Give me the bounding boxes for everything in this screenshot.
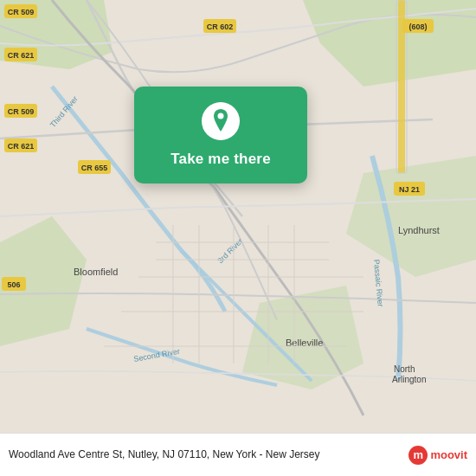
svg-text:(608): (608): [408, 23, 427, 31]
svg-text:Bloomfield: Bloomfield: [74, 267, 118, 277]
address-text: Woodland Ave Centre St, Nutley, NJ 07110…: [9, 448, 403, 462]
pin-icon-wrap: [202, 102, 240, 140]
svg-text:CR 509: CR 509: [8, 107, 35, 116]
svg-text:North: North: [394, 364, 415, 374]
take-me-there-button[interactable]: Take me there: [170, 151, 271, 168]
map-container: CR 509 CR 621 CR 602 (608) CR 509 CR 621…: [0, 0, 476, 433]
svg-text:CR 621: CR 621: [8, 142, 35, 151]
location-pin-icon: [210, 109, 231, 133]
svg-text:CR 509: CR 509: [8, 8, 35, 16]
svg-text:NJ 21: NJ 21: [399, 185, 420, 194]
svg-text:506: 506: [7, 280, 20, 289]
map-svg: CR 509 CR 621 CR 602 (608) CR 509 CR 621…: [0, 0, 476, 433]
svg-text:CR 621: CR 621: [8, 51, 35, 60]
svg-point-45: [218, 113, 224, 119]
svg-text:CR 655: CR 655: [81, 164, 108, 172]
moovit-logo: m moovit: [408, 446, 467, 465]
take-me-there-card: Take me there: [134, 87, 307, 183]
svg-text:Arlington: Arlington: [392, 375, 426, 384]
svg-text:CR 602: CR 602: [207, 23, 234, 31]
moovit-label: moovit: [430, 448, 467, 461]
svg-text:Lyndhurst: Lyndhurst: [398, 225, 440, 235]
bottom-bar: Woodland Ave Centre St, Nutley, NJ 07110…: [0, 433, 476, 476]
moovit-m-icon: m: [408, 446, 428, 465]
